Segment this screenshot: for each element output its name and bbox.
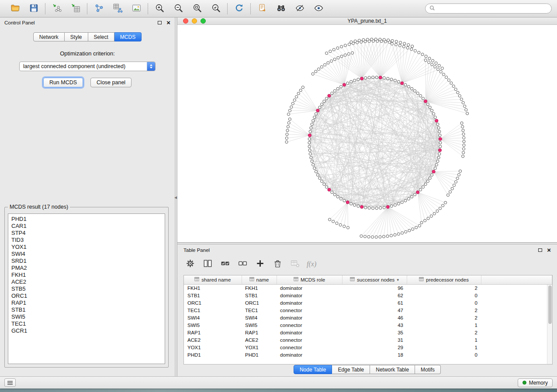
table-row[interactable]: RAP1RAP1dominator352	[184, 329, 552, 336]
mcds-result-group: MCDS result (17 nodes) PHD1CAR1STP4TID3Y…	[4, 204, 169, 368]
close-panel-icon[interactable]: ×	[166, 21, 170, 25]
table-row[interactable]: ORC1ORC1dominator610	[184, 299, 552, 306]
node-table: shared namenameMCDS rolesuccessor nodes▾…	[183, 275, 553, 364]
save-button[interactable]	[28, 3, 39, 14]
tab-network[interactable]: Network	[33, 32, 65, 41]
network-canvas[interactable]	[177, 25, 557, 242]
tab-select[interactable]: Select	[88, 32, 114, 41]
network-from-table-button[interactable]	[112, 3, 123, 14]
zoom-out-button[interactable]	[173, 3, 184, 14]
cell-name: ACE2	[242, 336, 277, 344]
window-close-button[interactable]	[183, 18, 188, 24]
cell-successor-nodes: 31	[342, 336, 407, 344]
select-all-button[interactable]	[219, 258, 231, 270]
network-window-titlebar[interactable]: YPA_prune.txt_1	[177, 17, 557, 25]
zoom-fit-button[interactable]	[191, 3, 203, 14]
close-table-panel-icon[interactable]: ×	[547, 248, 551, 252]
new-network-button[interactable]	[93, 3, 104, 14]
criterion-dropdown[interactable]: largest connected component (undirected)	[19, 62, 156, 71]
function-builder-button[interactable]: f(x)	[307, 258, 316, 270]
erase-table-button[interactable]	[289, 258, 301, 270]
table-row[interactable]: FKH1FKH1dominator962	[184, 284, 552, 292]
result-node-item[interactable]: TEC1	[8, 320, 165, 327]
table-row[interactable]: SWI4SWI4dominator462	[184, 314, 552, 321]
scrollbar-thumb[interactable]	[548, 285, 552, 324]
tab-mcds[interactable]: MCDS	[114, 32, 142, 41]
cell-filler	[481, 284, 552, 292]
collapse-arrow-icon[interactable]: ◀	[174, 196, 177, 199]
run-mcds-button[interactable]: Run MCDS	[43, 78, 83, 87]
result-node-item[interactable]: CAR1	[8, 223, 165, 230]
column-header-successor-nodes[interactable]: successor nodes▾	[342, 275, 407, 284]
import-network-button[interactable]	[51, 3, 62, 14]
search-box[interactable]	[425, 3, 552, 14]
menu-list-button[interactable]	[4, 378, 16, 387]
close-mcds-panel-button[interactable]: Close panel	[90, 78, 131, 87]
result-node-item[interactable]: SRD1	[8, 258, 165, 265]
cell-mcds-role: dominator	[277, 284, 342, 292]
result-node-item[interactable]: PMA2	[8, 265, 165, 272]
show-all-button[interactable]	[313, 3, 324, 14]
result-node-item[interactable]: TID3	[8, 237, 165, 244]
table-scrollbar[interactable]	[547, 285, 552, 364]
table-tab-node-table[interactable]: Node Table	[294, 365, 332, 374]
column-header-shared-name[interactable]: shared name	[184, 275, 242, 284]
delete-column-button[interactable]	[272, 258, 284, 270]
column-header-mcds-role[interactable]: MCDS role	[277, 275, 342, 284]
table-tab-edge-table[interactable]: Edge Table	[332, 365, 370, 374]
memory-button[interactable]: Memory	[518, 378, 553, 387]
result-node-item[interactable]: GCR1	[8, 327, 165, 334]
delete-column-icon	[273, 258, 283, 270]
column-header-name[interactable]: name	[242, 275, 277, 284]
search-network-button[interactable]	[275, 3, 287, 14]
open-folder-button[interactable]	[9, 3, 21, 14]
result-node-item[interactable]: STP4	[8, 230, 165, 237]
result-node-item[interactable]: FKH1	[8, 272, 165, 279]
toolbar-group	[45, 3, 87, 14]
column-header-predecessor-nodes[interactable]: predecessor nodes	[407, 275, 481, 284]
table-row[interactable]: TEC1TEC1connector472	[184, 306, 552, 314]
cell-mcds-role: dominator	[277, 299, 342, 306]
table-tab-motifs[interactable]: Motifs	[415, 365, 441, 374]
table-row[interactable]: YOX1YOX1connector291	[184, 344, 552, 351]
clone-network-button[interactable]	[256, 3, 268, 14]
hide-selected-button[interactable]	[294, 3, 305, 14]
result-node-item[interactable]: STB1	[8, 306, 165, 313]
table-row[interactable]: ACE2ACE2connector311	[184, 336, 552, 344]
mcds-result-list[interactable]: PHD1CAR1STP4TID3YOX1SWI4SRD1PMA2FKH1ACE2…	[8, 213, 165, 364]
tab-style[interactable]: Style	[65, 32, 88, 41]
column-type-icon	[294, 277, 298, 282]
table-tab-network-table[interactable]: Network Table	[370, 365, 415, 374]
result-node-item[interactable]: SWI5	[8, 313, 165, 320]
result-node-item[interactable]: PHD1	[8, 216, 165, 223]
result-node-item[interactable]: ORC1	[8, 292, 165, 299]
window-minimize-button[interactable]	[192, 18, 197, 24]
float-table-panel-icon[interactable]	[538, 248, 542, 252]
table-panel-header: Table Panel ×	[177, 244, 557, 256]
float-panel-icon[interactable]	[158, 21, 162, 24]
search-input[interactable]	[437, 6, 547, 12]
deselect-all-button[interactable]	[237, 258, 249, 270]
cell-name: YOX1	[242, 344, 277, 351]
split-columns-button[interactable]	[202, 258, 214, 270]
cell-mcds-role: connector	[277, 306, 342, 314]
result-node-item[interactable]: ACE2	[8, 279, 165, 285]
zoom-selected-button[interactable]	[210, 3, 221, 14]
cell-predecessor-nodes: 2	[407, 314, 481, 321]
result-node-item[interactable]: STB5	[8, 285, 165, 292]
search-network-icon	[276, 3, 286, 14]
result-node-item[interactable]: YOX1	[8, 244, 165, 251]
import-table-button[interactable]	[70, 3, 81, 14]
optimization-criterion-label: Optimization criterion:	[0, 50, 175, 57]
table-row[interactable]: PHD1PHD1dominator180	[184, 351, 552, 358]
table-row[interactable]: STB1STB1dominator620	[184, 292, 552, 299]
window-zoom-button[interactable]	[201, 18, 206, 24]
add-column-button[interactable]	[254, 258, 266, 270]
refresh-button[interactable]	[233, 3, 245, 14]
zoom-in-button[interactable]	[154, 3, 165, 14]
export-image-button[interactable]	[131, 3, 142, 14]
table-settings-button[interactable]	[184, 258, 196, 270]
result-node-item[interactable]: SWI4	[8, 251, 165, 258]
result-node-item[interactable]: RAP1	[8, 299, 165, 306]
table-row[interactable]: SWI5SWI5connector431	[184, 321, 552, 329]
